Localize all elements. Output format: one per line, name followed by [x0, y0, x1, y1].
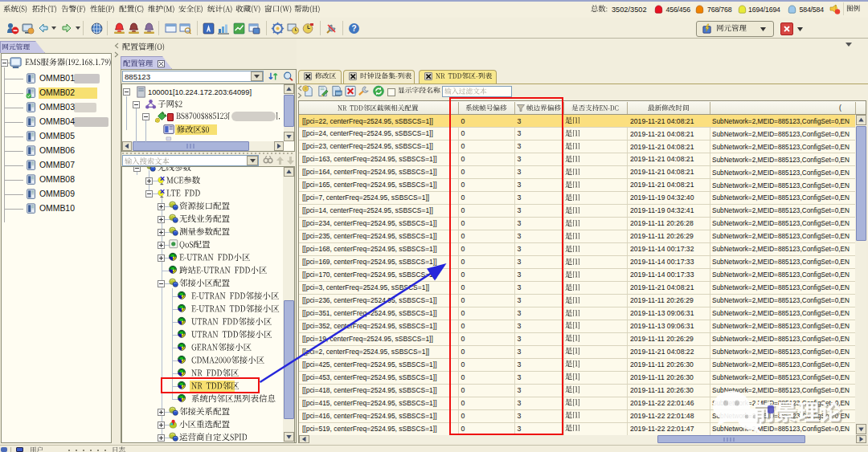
svg-text:?: ? [351, 24, 356, 33]
